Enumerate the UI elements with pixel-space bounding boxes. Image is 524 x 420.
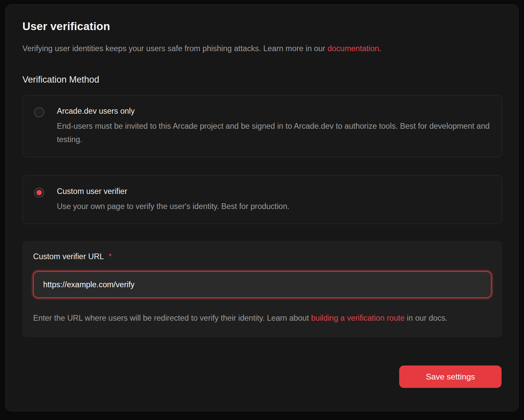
- url-label-row: Custom verifier URL *: [33, 252, 492, 261]
- custom-verifier-url-label: Custom verifier URL: [33, 252, 104, 261]
- option-label: Custom user verifier: [57, 186, 289, 196]
- hint-text-before-link: Enter the URL where users will be redire…: [33, 314, 311, 322]
- radio-custom-user-verifier[interactable]: [34, 188, 44, 198]
- hint-text-after-link: in our docs.: [405, 314, 447, 322]
- page-title: User verification: [22, 20, 502, 33]
- option-description: Use your own page to verify the user's i…: [57, 200, 289, 213]
- custom-verifier-url-panel: Custom verifier URL * Enter the URL wher…: [22, 241, 502, 337]
- intro-text: Verifying user identities keeps your use…: [22, 42, 502, 55]
- intro-text-before-link: Verifying user identities keeps your use…: [22, 44, 328, 53]
- option-description: End-users must be invited to this Arcade…: [57, 119, 490, 146]
- save-settings-button[interactable]: Save settings: [399, 365, 502, 388]
- option-card-custom-user-verifier[interactable]: Custom user verifier Use your own page t…: [22, 175, 502, 224]
- footer-actions: Save settings: [22, 365, 502, 388]
- option-body: Custom user verifier Use your own page t…: [57, 186, 289, 213]
- custom-verifier-url-input[interactable]: [33, 271, 492, 298]
- documentation-link[interactable]: documentation: [328, 44, 379, 53]
- user-verification-settings-card: User verification Verifying user identit…: [5, 4, 519, 411]
- radio-dot: [36, 110, 42, 115]
- intro-text-after-link: .: [379, 44, 381, 53]
- option-body: Arcade.dev users only End-users must be …: [57, 106, 490, 146]
- url-hint-text: Enter the URL where users will be redire…: [33, 311, 488, 325]
- radio-dot: [36, 190, 42, 195]
- radio-arcade-users-only[interactable]: [34, 107, 44, 117]
- option-label: Arcade.dev users only: [57, 106, 490, 116]
- required-asterisk: *: [109, 252, 112, 261]
- verification-method-heading: Verification Method: [22, 75, 502, 85]
- building-verification-route-link[interactable]: building a verification route: [311, 314, 405, 322]
- option-card-arcade-users-only[interactable]: Arcade.dev users only End-users must be …: [22, 95, 502, 157]
